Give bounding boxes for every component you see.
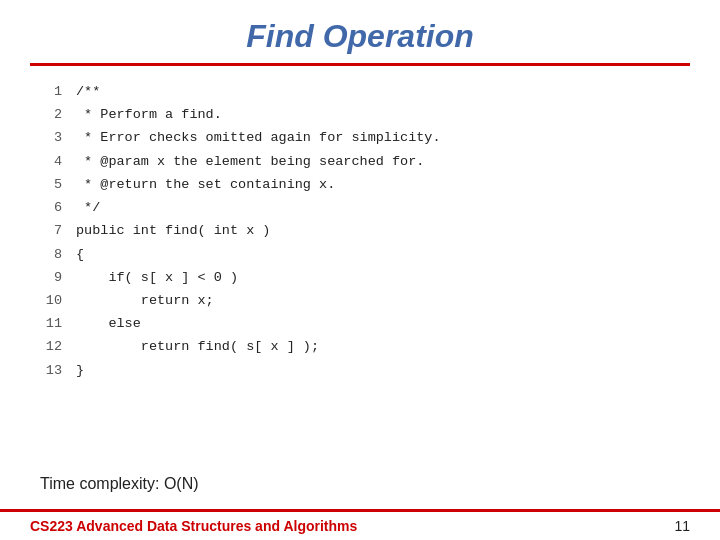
- line-number: 3: [40, 126, 62, 149]
- footer-course: CS223 Advanced Data Structures and Algor…: [30, 518, 357, 534]
- line-number: 7: [40, 219, 62, 242]
- footer-page: 11: [674, 518, 690, 534]
- code-line: return find( s[ x ] );: [76, 335, 441, 358]
- code-block: 12345678910111213 /** * Perform a find. …: [40, 80, 680, 467]
- line-number: 10: [40, 289, 62, 312]
- footer: CS223 Advanced Data Structures and Algor…: [0, 509, 720, 540]
- slide: Find Operation 12345678910111213 /** * P…: [0, 0, 720, 540]
- content-area: 12345678910111213 /** * Perform a find. …: [0, 66, 720, 509]
- code-line: public int find( int x ): [76, 219, 441, 242]
- code-line: */: [76, 196, 441, 219]
- code-line: {: [76, 243, 441, 266]
- complexity-label: Time complexity: O(N): [40, 475, 680, 493]
- line-number: 6: [40, 196, 62, 219]
- line-number: 12: [40, 335, 62, 358]
- line-numbers: 12345678910111213: [40, 80, 76, 467]
- code-line: * Error checks omitted again for simplic…: [76, 126, 441, 149]
- header: Find Operation: [0, 0, 720, 63]
- line-number: 1: [40, 80, 62, 103]
- line-number: 13: [40, 359, 62, 382]
- code-line: * Perform a find.: [76, 103, 441, 126]
- line-number: 5: [40, 173, 62, 196]
- code-line: return x;: [76, 289, 441, 312]
- code-line: /**: [76, 80, 441, 103]
- slide-title: Find Operation: [40, 18, 680, 55]
- line-number: 8: [40, 243, 62, 266]
- code-lines: /** * Perform a find. * Error checks omi…: [76, 80, 441, 467]
- code-line: * @param x the element being searched fo…: [76, 150, 441, 173]
- code-line: }: [76, 359, 441, 382]
- line-number: 4: [40, 150, 62, 173]
- code-line: * @return the set containing x.: [76, 173, 441, 196]
- code-line: else: [76, 312, 441, 335]
- line-number: 11: [40, 312, 62, 335]
- code-line: if( s[ x ] < 0 ): [76, 266, 441, 289]
- line-number: 2: [40, 103, 62, 126]
- line-number: 9: [40, 266, 62, 289]
